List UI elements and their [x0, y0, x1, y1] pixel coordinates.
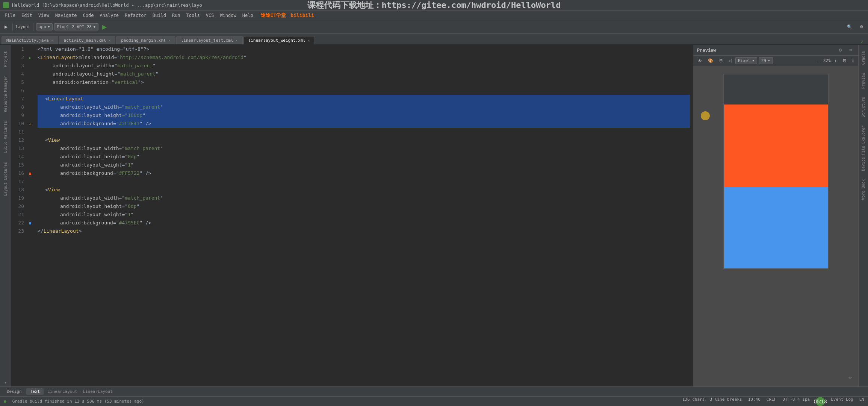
- tab-padding-margin-xml[interactable]: padding_margin.xml ✕: [116, 36, 175, 44]
- code-content[interactable]: <?xml version="1.0" encoding="utf-8"?> <…: [35, 45, 693, 386]
- breadcrumb-area: LinearLayout › LinearLayout: [47, 389, 113, 394]
- code-line-14: android:layout_height="0dp": [38, 153, 690, 161]
- close-icon[interactable]: ✕: [51, 38, 53, 42]
- code-line-4: android:layout_height="match_parent": [38, 70, 690, 78]
- left-sidebar: Project Resource Manager Build Variants …: [0, 45, 11, 386]
- device-preview: LinearLayout: [723, 74, 829, 269]
- resolution-label: 29: [761, 58, 766, 63]
- gradle-status-label: Gradle build finished in 13 s 586 ms (53…: [12, 399, 144, 404]
- close-icon[interactable]: ✕: [108, 38, 110, 42]
- preview-panel: Preview ⚙ ✕ 👁 🎨 ⊞ ◁ Pixel ▾ 29 ▾ − 32%: [693, 45, 858, 386]
- close-icon[interactable]: ✕: [168, 38, 170, 42]
- code-line-12: <View: [38, 136, 690, 144]
- tab-label: padding_margin.xml: [121, 38, 166, 43]
- menu-run[interactable]: Run: [169, 12, 183, 19]
- sidebar-structure[interactable]: Structure: [860, 94, 866, 120]
- toolbar-run-btn[interactable]: ▶: [2, 24, 10, 30]
- right-sidebar: Gradle Preview Structure Device File Exp…: [858, 45, 868, 386]
- menu-help[interactable]: Help: [239, 12, 256, 19]
- resolution-dropdown[interactable]: 29 ▾: [759, 57, 773, 64]
- menu-navigate[interactable]: Navigate: [52, 12, 80, 19]
- device-dropdown[interactable]: Pixel 2 API 28 ▾: [54, 23, 98, 30]
- menu-build[interactable]: Build: [150, 12, 169, 19]
- code-line-15: android:layout_weight="1": [38, 161, 690, 169]
- tab-linearlayout-test-xml[interactable]: linearlayout_test.xml ✕: [176, 36, 243, 44]
- menu-tools[interactable]: Tools: [183, 12, 203, 19]
- code-line-20: android:layout_height="0dp": [38, 202, 690, 211]
- code-line-6: [38, 86, 690, 95]
- app-dropdown[interactable]: app ▾: [36, 23, 53, 30]
- preview-back-btn[interactable]: ◁: [726, 58, 734, 64]
- status-bar: ● Gradle build finished in 13 s 586 ms (…: [0, 396, 868, 406]
- tab-label: activity_main.xml: [64, 38, 106, 43]
- sidebar-device-file-explorer[interactable]: Device File Explorer: [860, 123, 866, 174]
- tab-activity-main-xml[interactable]: activity_main.xml ✕: [59, 36, 116, 44]
- chars-info: 136 chars, 3 line breaks: [682, 397, 742, 406]
- tab-main-activity[interactable]: MainActivity.java ✕: [2, 36, 58, 44]
- status-right: 136 chars, 3 line breaks 10:40 CRLF UTF-…: [682, 397, 864, 406]
- code-line-3: android:layout_width="match_parent": [38, 62, 690, 70]
- preview-close-btn[interactable]: ✕: [847, 47, 854, 53]
- run-indicator-btn[interactable]: 05:13: [816, 397, 825, 406]
- preview-info-btn[interactable]: ℹ: [850, 58, 856, 64]
- title-bar: HelloWorld [D:\workspace\android\HelloWo…: [0, 0, 868, 11]
- sidebar-word-book[interactable]: Word Book: [860, 176, 866, 203]
- zoom-in-btn[interactable]: +: [832, 58, 839, 64]
- code-line-10: android:background="#3C3F41" />: [38, 120, 690, 128]
- pixel-dropdown[interactable]: Pixel ▾: [735, 57, 757, 64]
- preview-grid-btn[interactable]: ⊞: [717, 58, 725, 64]
- tab-label: MainActivity.java: [6, 38, 49, 43]
- sidebar-layout-captures[interactable]: Layout Captures: [3, 159, 8, 199]
- zoom-fit-btn[interactable]: ⊡: [841, 58, 848, 64]
- logo-bilibili: bilibili: [290, 12, 314, 18]
- sidebar-preview[interactable]: Preview: [860, 70, 866, 92]
- settings-btn[interactable]: ⚙: [857, 24, 866, 30]
- menu-refactor[interactable]: Refactor: [122, 12, 150, 19]
- menu-file[interactable]: File: [2, 12, 18, 19]
- code-line-5: android:orientation="vertical">: [38, 78, 690, 86]
- menu-window[interactable]: Window: [217, 12, 239, 19]
- breadcrumb-linearlayout-1[interactable]: LinearLayout: [47, 389, 77, 394]
- code-line-16: android:background="#FF5722" />: [38, 169, 690, 177]
- search-btn[interactable]: 🔍: [845, 24, 854, 30]
- code-line-17: [38, 177, 690, 186]
- preview-blue-section: [724, 187, 828, 268]
- toolbar: ▶ layout app ▾ Pixel 2 API 28 ▾ ▶ 🔍 ⚙: [0, 20, 868, 34]
- breadcrumb-linearlayout-2[interactable]: LinearLayout: [83, 389, 112, 394]
- logo-it: 途途IT学堂: [261, 12, 286, 19]
- code-editor[interactable]: 1 2 3 4 5 6 7 8 9 10 11 12 13 14 15 16 1…: [11, 45, 693, 386]
- cursor-indicator: [701, 111, 710, 120]
- code-line-8: android:layout_width="match_parent": [38, 103, 690, 111]
- encoding-info: CRLF: [767, 397, 777, 406]
- android-studio-icon: [3, 2, 9, 8]
- event-log-label[interactable]: Event Log: [831, 397, 853, 406]
- favorites-icon[interactable]: ★: [2, 378, 10, 386]
- sidebar-build-variants[interactable]: Build Variants: [3, 118, 8, 156]
- menu-analyze[interactable]: Analyze: [97, 12, 122, 19]
- sidebar-resource-manager[interactable]: Resource Manager: [3, 73, 8, 115]
- tab-text[interactable]: Text: [26, 388, 44, 395]
- menu-code[interactable]: Code: [80, 12, 97, 19]
- code-line-9: android:layout_height="100dp": [38, 111, 690, 120]
- code-line-2: <LinearLayout xmlns:android="http://sche…: [38, 53, 690, 62]
- menu-view[interactable]: View: [35, 12, 52, 19]
- sidebar-project[interactable]: Project: [3, 48, 8, 70]
- preview-eye-btn[interactable]: 👁: [696, 58, 704, 64]
- warn-gutter-line10: ⚠: [29, 122, 31, 126]
- sidebar-gradle[interactable]: Gradle: [860, 48, 866, 68]
- zoom-out-btn[interactable]: −: [815, 58, 821, 64]
- zoom-level: 32%: [823, 58, 831, 63]
- menu-edit[interactable]: Edit: [18, 12, 35, 19]
- preview-settings-btn[interactable]: ⚙: [836, 47, 844, 53]
- close-icon[interactable]: ✕: [236, 38, 238, 42]
- close-icon[interactable]: ✕: [308, 38, 310, 42]
- menu-vcs[interactable]: VCS: [203, 12, 217, 19]
- run-app-btn[interactable]: ▶: [100, 23, 109, 31]
- preview-title: Preview: [697, 48, 716, 53]
- preview-palette-btn[interactable]: 🎨: [706, 58, 715, 64]
- tab-design[interactable]: Design: [3, 388, 26, 395]
- breadcrumb-separator: ›: [79, 389, 82, 394]
- code-line-19: android:layout_width="match_parent": [38, 194, 690, 202]
- line-numbers: 1 2 3 4 5 6 7 8 9 10 11 12 13 14 15 16 1…: [11, 45, 26, 235]
- tab-linearlayout-weight-xml[interactable]: linearlayout_weight.xml ✕: [243, 36, 315, 44]
